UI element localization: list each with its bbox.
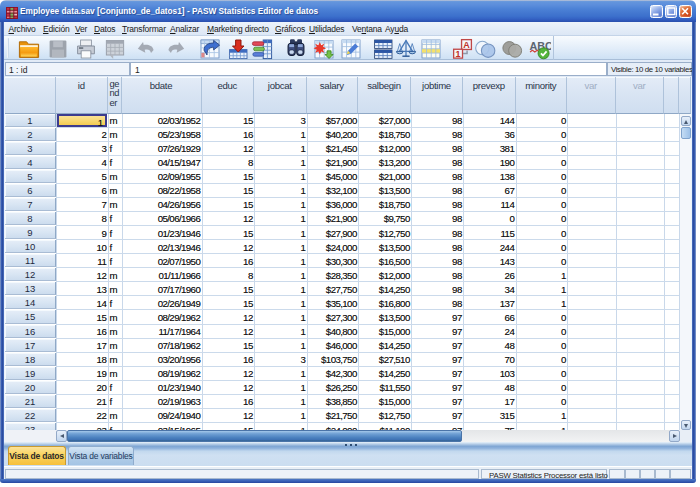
svg-text:1: 1 xyxy=(456,49,461,59)
svg-text:A: A xyxy=(463,40,470,50)
